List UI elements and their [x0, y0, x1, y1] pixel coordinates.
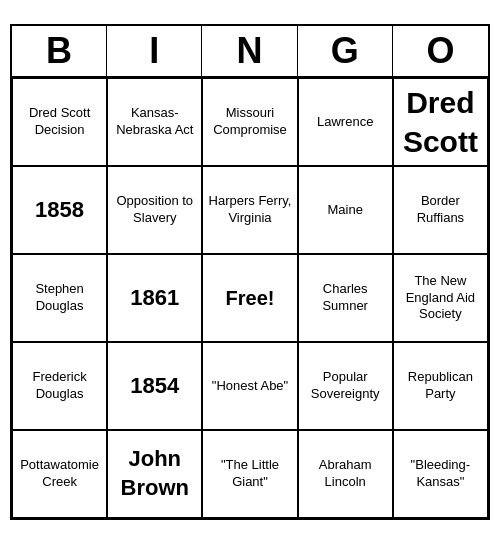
bingo-cell-12: Free! [202, 254, 297, 342]
bingo-cell-5: 1858 [12, 166, 107, 254]
bingo-cell-13: Charles Sumner [298, 254, 393, 342]
bingo-card: BINGO Dred Scott DecisionKansas-Nebraska… [10, 24, 490, 520]
bingo-cell-19: Republican Party [393, 342, 488, 430]
bingo-cell-7: Harpers Ferry, Virginia [202, 166, 297, 254]
bingo-cell-11: 1861 [107, 254, 202, 342]
bingo-cell-24: "Bleeding-Kansas" [393, 430, 488, 518]
bingo-cell-21: John Brown [107, 430, 202, 518]
bingo-cell-4: Dred Scott [393, 78, 488, 166]
header-letter-o: O [393, 26, 488, 76]
bingo-cell-23: Abraham Lincoln [298, 430, 393, 518]
header-letter-b: B [12, 26, 107, 76]
bingo-cell-6: Opposition to Slavery [107, 166, 202, 254]
bingo-cell-14: The New England Aid Society [393, 254, 488, 342]
bingo-cell-20: Pottawatomie Creek [12, 430, 107, 518]
bingo-cell-3: Lawrence [298, 78, 393, 166]
bingo-cell-1: Kansas-Nebraska Act [107, 78, 202, 166]
bingo-cell-10: Stephen Douglas [12, 254, 107, 342]
bingo-cell-18: Popular Sovereignty [298, 342, 393, 430]
bingo-cell-0: Dred Scott Decision [12, 78, 107, 166]
header-letter-n: N [202, 26, 297, 76]
bingo-cell-9: Border Ruffians [393, 166, 488, 254]
bingo-cell-8: Maine [298, 166, 393, 254]
header-letter-i: I [107, 26, 202, 76]
bingo-cell-22: "The Little Giant" [202, 430, 297, 518]
bingo-cell-17: "Honest Abe" [202, 342, 297, 430]
bingo-cell-2: Missouri Compromise [202, 78, 297, 166]
bingo-grid: Dred Scott DecisionKansas-Nebraska ActMi… [12, 78, 488, 518]
bingo-cell-16: 1854 [107, 342, 202, 430]
bingo-header: BINGO [12, 26, 488, 78]
bingo-cell-15: Frederick Douglas [12, 342, 107, 430]
header-letter-g: G [298, 26, 393, 76]
